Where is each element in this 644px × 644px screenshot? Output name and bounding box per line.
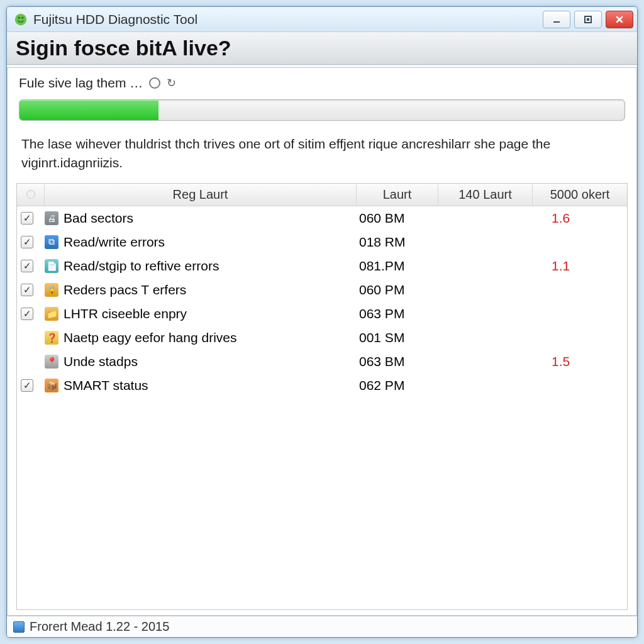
- col-check[interactable]: [17, 184, 45, 206]
- option-radio[interactable]: [149, 77, 160, 89]
- row-icon: 📁: [45, 307, 58, 321]
- results-table: Reg Laurt Laurt 140 Laurt 5000 okert ✓🖨B…: [16, 183, 628, 610]
- row-icon: ❓: [45, 331, 58, 345]
- row-icon: 📄: [45, 259, 58, 273]
- row-col-c: 1.6: [533, 211, 627, 226]
- row-checkbox[interactable]: ✓: [21, 212, 33, 225]
- table-row[interactable]: 📍Unde stadps063 BM1.5: [17, 350, 627, 374]
- row-name: Read/write errors: [64, 235, 165, 250]
- table-header: Reg Laurt Laurt 140 Laurt 5000 okert: [17, 184, 627, 206]
- row-name: Bad sectors: [64, 211, 133, 226]
- row-col-c: 1.5: [533, 354, 627, 369]
- svg-point-0: [15, 13, 26, 25]
- row-col-a: 063 BM: [357, 354, 438, 369]
- sort-icon: [26, 190, 35, 199]
- row-checkbox[interactable]: ✓: [21, 379, 33, 392]
- description-text: The lase wihever thuldrist thch trives o…: [8, 123, 636, 180]
- subhead-row: Fule sive lag them … ↻: [8, 68, 636, 94]
- svg-point-2: [21, 16, 24, 19]
- refresh-icon[interactable]: ↻: [167, 76, 176, 90]
- row-name: Reders pacs T erfers: [64, 282, 186, 297]
- status-bar: Frorert Mead 1.22 - 2015: [7, 616, 637, 637]
- svg-rect-3: [553, 21, 560, 23]
- row-col-a: 060 BM: [357, 211, 438, 226]
- row-col-a: 063 PM: [357, 306, 438, 321]
- row-icon: 📍: [45, 355, 58, 369]
- row-icon: 🖨: [45, 211, 58, 225]
- table-row[interactable]: ✓📁LHTR ciseeble enpry063 PM: [17, 302, 627, 326]
- row-col-a: 018 RM: [357, 235, 438, 250]
- row-checkbox[interactable]: ✓: [21, 236, 33, 248]
- row-name: LHTR ciseeble enpry: [64, 306, 187, 321]
- row-checkbox[interactable]: ✓: [21, 284, 33, 296]
- row-icon: 🔒: [45, 283, 58, 297]
- close-button[interactable]: [606, 11, 633, 28]
- progress-fill: [19, 100, 158, 120]
- col-b[interactable]: 140 Laurt: [438, 184, 533, 206]
- table-body: ✓🖨Bad sectors060 BM1.6✓⧉Read/write error…: [17, 206, 627, 609]
- row-name: Read/stgip to reftive errors: [64, 258, 219, 274]
- page-heading: Sigin fosce bitA live?: [16, 36, 628, 60]
- row-name: Unde stadps: [64, 354, 138, 369]
- progress-bar: [19, 99, 625, 121]
- col-name[interactable]: Reg Laurt: [45, 184, 357, 206]
- table-row[interactable]: ✓🖨Bad sectors060 BM1.6: [17, 206, 627, 230]
- subhead-text: Fule sive lag them …: [19, 75, 143, 91]
- table-row[interactable]: ✓📦SMART status062 PM: [17, 374, 627, 397]
- table-row[interactable]: ✓📄Read/stgip to reftive errors081.PM1.1: [17, 254, 627, 278]
- header-bar: Sigin fosce bitA live?: [7, 32, 637, 65]
- row-checkbox[interactable]: ✓: [21, 260, 33, 272]
- app-icon: [13, 12, 28, 27]
- row-col-a: 001 SM: [357, 330, 438, 345]
- row-col-a: 060 PM: [357, 282, 438, 297]
- table-row[interactable]: ❓Naetp eagy eefor hang drives001 SM: [17, 326, 627, 350]
- row-col-a: 081.PM: [357, 258, 438, 274]
- row-icon: 📦: [45, 379, 58, 392]
- status-icon: [13, 621, 25, 633]
- window-title: Fujitsu HDD Diagnostic Tool: [33, 12, 538, 27]
- main-panel: Fule sive lag them … ↻ The lase wihever …: [7, 67, 637, 616]
- row-icon: ⧉: [45, 235, 58, 249]
- row-col-c: 1.1: [533, 258, 627, 274]
- col-a[interactable]: Laurt: [357, 184, 438, 206]
- row-checkbox[interactable]: ✓: [21, 308, 33, 320]
- col-c[interactable]: 5000 okert: [533, 184, 627, 206]
- table-row[interactable]: ✓🔒Reders pacs T erfers060 PM: [17, 278, 627, 302]
- app-window: Fujitsu HDD Diagnostic Tool Sigin fosce …: [6, 6, 638, 638]
- minimize-button[interactable]: [543, 11, 570, 28]
- table-row[interactable]: ✓⧉Read/write errors018 RM: [17, 230, 627, 254]
- window-buttons: [543, 11, 633, 28]
- row-name: SMART status: [64, 378, 148, 393]
- maximize-button[interactable]: [574, 11, 602, 28]
- row-name: Naetp eagy eefor hang drives: [64, 330, 237, 345]
- svg-rect-5: [587, 18, 589, 21]
- status-text: Frorert Mead 1.22 - 2015: [30, 619, 169, 634]
- svg-point-1: [18, 16, 20, 19]
- row-col-a: 062 PM: [357, 378, 438, 393]
- titlebar[interactable]: Fujitsu HDD Diagnostic Tool: [7, 7, 637, 32]
- progress-wrap: [19, 99, 625, 121]
